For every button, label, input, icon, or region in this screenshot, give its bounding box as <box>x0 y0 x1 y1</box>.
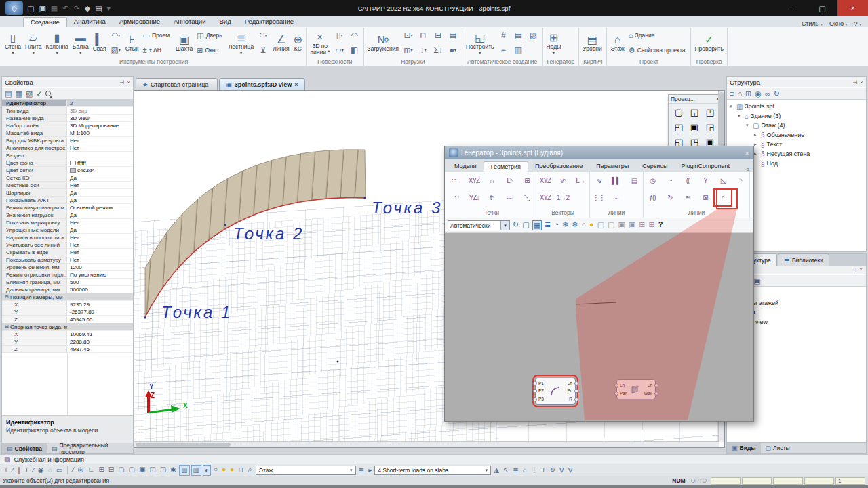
more-icon[interactable]: ▾ <box>107 4 111 13</box>
minimize[interactable]: – <box>776 0 807 16</box>
ribbon-button[interactable]: ▯ ▾ <box>332 28 347 43</box>
property-row[interactable]: Цвет сетки c4c3d4 <box>2 167 133 174</box>
property-row[interactable]: X 9235.29 <box>2 301 133 308</box>
section-icon[interactable]: ◲ <box>149 465 157 476</box>
undo-icon[interactable]: ↶ <box>62 4 68 13</box>
generator-tool-icon[interactable]: ⊞ <box>518 172 536 189</box>
ribbon-button[interactable]: ⊞ Ноды ▾ <box>545 28 564 58</box>
property-row[interactable]: ⊟Опорная точка вида, мм <box>2 323 133 331</box>
ribbon-tab[interactable]: Создание <box>23 17 67 27</box>
window-menu-item[interactable]: ? ▾ <box>854 20 861 27</box>
generator-tool-icon[interactable]: ◝ <box>732 172 749 189</box>
generator-tool-icon[interactable]: ▍▍ <box>608 172 625 189</box>
property-row[interactable]: Упрощенные модели Да <box>2 226 133 234</box>
property-row[interactable]: X 10069.41 <box>2 331 133 338</box>
generator-tool-icon[interactable]: ≈ <box>608 189 625 206</box>
expander-icon[interactable]: ▾ <box>746 123 751 128</box>
ribbon-tab[interactable]: Аналитика <box>67 17 113 27</box>
box-view-icon[interactable]: ▢ <box>127 465 136 476</box>
generator-tool-icon[interactable]: ⋱ <box>518 189 536 206</box>
ribbon-button[interactable]: ↓ ▾ <box>416 43 431 58</box>
ribbon-tab[interactable]: Аннотации <box>167 17 213 27</box>
close-icon[interactable]: × <box>745 149 749 157</box>
expander-icon[interactable]: ▾ <box>738 113 743 119</box>
bulb-off-icon[interactable]: ○ <box>580 220 587 230</box>
ribbon-button[interactable]: ▨ ▾ <box>108 43 123 58</box>
ribbon-button[interactable]: ◱ Построить ▾ <box>464 28 496 58</box>
light-one-icon[interactable]: ● <box>220 465 227 476</box>
tree-item[interactable]: ▾ ⌂ Здание (3) <box>727 111 866 121</box>
new-file-icon[interactable]: ▢ <box>27 4 34 13</box>
ribbon-button[interactable]: ⚙ Свойства проекта <box>627 43 690 58</box>
table-icon[interactable]: ≣ <box>511 466 519 475</box>
search-icon[interactable] <box>45 91 51 96</box>
generator-tool-icon[interactable]: ∩ <box>483 172 500 189</box>
tree-item[interactable]: ▸ § Обозначение <box>727 130 866 140</box>
cluster-icon[interactable]: ▣ <box>617 220 625 230</box>
fragment-icon[interactable]: ◳ <box>159 465 167 476</box>
draw-line-icon[interactable]: ∕ <box>71 465 75 476</box>
freeze-drops-icon[interactable]: ❄ <box>571 220 578 230</box>
image-icon[interactable]: ▦ <box>532 220 542 230</box>
generator-tool-icon[interactable]: ⇘ <box>590 172 608 189</box>
node-input-port[interactable]: P2 <box>538 388 544 393</box>
generator-tool-icon[interactable]: t◝ <box>483 189 500 206</box>
generator-tool-icon[interactable]: ƒ() <box>644 189 661 206</box>
target-icon[interactable]: ◉ <box>169 465 178 476</box>
document-tab[interactable]: ▣ 3points.spf:3D view × <box>219 78 304 90</box>
node-output-port[interactable]: Wall <box>644 391 652 396</box>
ribbon-button[interactable]: ▥ <box>511 43 526 58</box>
save-icon[interactable]: ▦ <box>51 4 58 13</box>
binoculars-icon[interactable]: ∞ <box>765 89 770 98</box>
ribbon-button[interactable]: ⌂ Этаж <box>608 28 626 58</box>
generator-tab[interactable]: Преобразование <box>528 161 589 172</box>
expander-icon[interactable]: ▸ <box>754 142 759 147</box>
property-row[interactable]: Режим визуализации м... Основной режим <box>2 204 133 211</box>
nabla-two-icon[interactable]: ∇ <box>567 466 574 475</box>
shade-icon[interactable]: ◔ <box>553 220 559 230</box>
alphabetical-view-icon[interactable]: ▦ <box>15 89 22 98</box>
snap-center-icon[interactable]: ◉ <box>37 466 45 475</box>
node-output-port[interactable]: R <box>569 396 572 401</box>
snap-angle-icon[interactable]: ∕ <box>31 466 35 475</box>
ribbon-button[interactable]: ✓ Проверить <box>692 28 726 58</box>
ribbon-button[interactable]: ▱ ▾ <box>332 43 347 58</box>
ribbon-button[interactable]: ⊞ Окно <box>195 43 226 58</box>
generator-tool-icon[interactable]: 1→2 <box>554 189 572 206</box>
top-view-icon[interactable]: ◱ <box>687 105 702 119</box>
keyboard-icon[interactable]: ▤ <box>95 4 102 13</box>
property-row[interactable]: Z 45945.05 <box>2 316 133 323</box>
generator-tool-icon[interactable]: XYZ <box>536 189 554 206</box>
node-output-port[interactable]: Pc <box>567 388 572 393</box>
property-row[interactable]: Тип вида 3D вид <box>2 107 133 115</box>
property-row[interactable]: Надписи в плоскости э... Нет <box>2 234 133 241</box>
new-view-icon[interactable]: ▣ <box>753 277 760 285</box>
property-row[interactable]: Масштаб вида М 1:100 <box>2 129 133 137</box>
property-row[interactable]: Показывать АЖТ Да <box>2 197 133 204</box>
generator-tool-icon[interactable]: v◝ <box>554 172 572 189</box>
ribbon-button[interactable]: ◧ <box>347 43 362 58</box>
properties-panel-tab[interactable]: ▤Предварительный просмотр <box>47 443 133 453</box>
node-input-port[interactable]: Par <box>620 391 627 396</box>
bulb-on-icon[interactable]: ● <box>589 220 595 230</box>
ribbon-button[interactable]: ⊕ КС <box>292 28 304 58</box>
node-output-port[interactable]: Ln <box>568 381 572 386</box>
generator-tool-icon[interactable]: ◷ <box>644 172 661 189</box>
node-output-port[interactable]: Ln <box>648 383 652 388</box>
close-icon[interactable]: × <box>859 266 863 274</box>
property-row[interactable]: Сетка КЭ Да <box>2 174 133 182</box>
property-row[interactable]: Цвет фона ffffff <box>2 159 133 167</box>
paste-icon[interactable]: ⊟ <box>107 465 115 476</box>
snap-free-icon[interactable]: ◌ <box>47 466 54 475</box>
expand-icon[interactable]: ⊞ <box>745 89 751 98</box>
shade-mode-icon[interactable]: ▥ <box>191 465 201 476</box>
generator-tool-icon[interactable]: L◝ <box>500 172 518 189</box>
property-row[interactable]: Y -26377.89 <box>2 308 133 316</box>
ribbon-button[interactable]: ± ± ΔН <box>141 43 174 58</box>
property-row[interactable]: Дальняя граница, мм 500000 <box>2 286 133 293</box>
expander-icon[interactable]: ▾ <box>730 104 734 109</box>
generator-tab[interactable]: Сервисы <box>635 161 674 172</box>
generator-tab[interactable]: Модели <box>448 161 484 172</box>
ribbon-button[interactable]: ▤ <box>511 28 526 43</box>
document-tab[interactable]: ★ Стартовая страница <box>136 78 218 90</box>
